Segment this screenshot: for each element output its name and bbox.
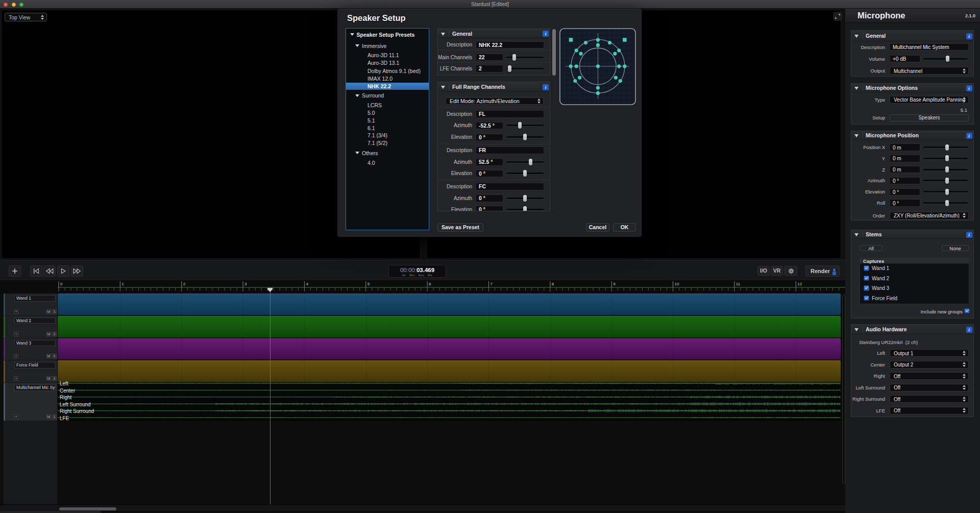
- svg-text:6: 6: [429, 282, 431, 286]
- svg-text:8: 8: [552, 282, 554, 286]
- svg-text:1: 1: [121, 282, 124, 286]
- svg-text:2: 2: [183, 282, 186, 286]
- svg-text:5: 5: [368, 282, 370, 286]
- svg-text:4: 4: [306, 282, 308, 286]
- svg-text:3: 3: [244, 282, 247, 286]
- svg-text:12: 12: [797, 282, 802, 286]
- svg-text:11: 11: [736, 282, 741, 286]
- svg-text:10: 10: [675, 282, 679, 286]
- svg-text:7: 7: [490, 282, 493, 286]
- svg-text:9: 9: [613, 282, 616, 286]
- svg-text:0: 0: [60, 282, 63, 286]
